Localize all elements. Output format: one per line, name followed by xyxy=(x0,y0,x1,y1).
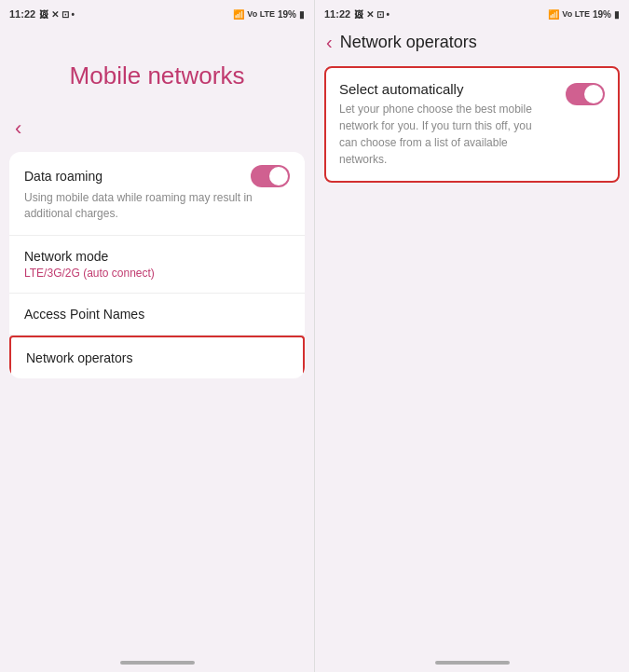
network-operators-header: ‹ Network operators xyxy=(315,24,629,61)
status-bar-left: 11:22 🖼 ✕ ⊡ • 📶 Vo LTE 19% ▮ xyxy=(0,0,314,24)
select-auto-title: Select automatically xyxy=(339,81,544,97)
back-button[interactable]: ‹ xyxy=(0,109,314,148)
data-roaming-title: Data roaming xyxy=(24,169,103,184)
time-label-right: 11:22 xyxy=(324,8,350,20)
select-auto-toggle[interactable] xyxy=(566,83,605,105)
wifi-icon: 📶 xyxy=(233,9,244,20)
data-roaming-toggle[interactable] xyxy=(251,165,290,187)
network-operators-title: Network operators xyxy=(26,350,288,365)
select-auto-toggle-knob xyxy=(584,85,603,103)
panel-mobile-networks: 11:22 🖼 ✕ ⊡ • 📶 Vo LTE 19% ▮ Mobile netw… xyxy=(0,0,314,672)
apn-title: Access Point Names xyxy=(24,307,290,322)
battery-icon-right: ▮ xyxy=(614,9,620,20)
status-bar-right: 11:22 🖼 ✕ ⊡ • 📶 Vo LTE 19% ▮ xyxy=(315,0,629,24)
network-mode-subtitle: LTE/3G/2G (auto connect) xyxy=(24,267,290,280)
settings-item-network-operators[interactable]: Network operators xyxy=(9,336,305,378)
settings-item-network-mode[interactable]: Network mode LTE/3G/2G (auto connect) xyxy=(9,236,305,294)
time-label: 11:22 xyxy=(9,8,35,20)
toggle-knob xyxy=(269,167,288,185)
panel2-title: Network operators xyxy=(340,33,477,52)
signal-bars: Vo LTE xyxy=(247,9,275,19)
panel-network-operators: 11:22 🖼 ✕ ⊡ • 📶 Vo LTE 19% ▮ ‹ Network o… xyxy=(315,0,629,672)
wifi-icon-right: 📶 xyxy=(548,9,559,20)
settings-list: Data roaming Using mobile data while roa… xyxy=(9,152,305,378)
page-title-mobile-networks: Mobile networks xyxy=(0,24,314,109)
battery-label: 19% xyxy=(278,9,296,20)
home-indicator-right xyxy=(435,661,510,665)
notification-icons-right: 🖼 ✕ ⊡ • xyxy=(354,9,390,20)
battery-icon: ▮ xyxy=(299,9,305,20)
notification-icons: 🖼 ✕ ⊡ • xyxy=(39,9,75,20)
data-roaming-subtitle: Using mobile data while roaming may resu… xyxy=(24,190,290,222)
signal-bars-right: Vo LTE xyxy=(562,9,590,19)
select-auto-description: Let your phone choose the best mobile ne… xyxy=(339,101,544,168)
network-mode-title: Network mode xyxy=(24,249,290,264)
settings-item-apn[interactable]: Access Point Names xyxy=(9,294,305,336)
battery-label-right: 19% xyxy=(593,9,611,20)
select-automatically-box[interactable]: Select automatically Let your phone choo… xyxy=(324,66,620,183)
home-indicator xyxy=(120,661,195,665)
settings-item-data-roaming[interactable]: Data roaming Using mobile data while roa… xyxy=(9,152,305,236)
back-button-panel2[interactable]: ‹ xyxy=(326,32,333,53)
